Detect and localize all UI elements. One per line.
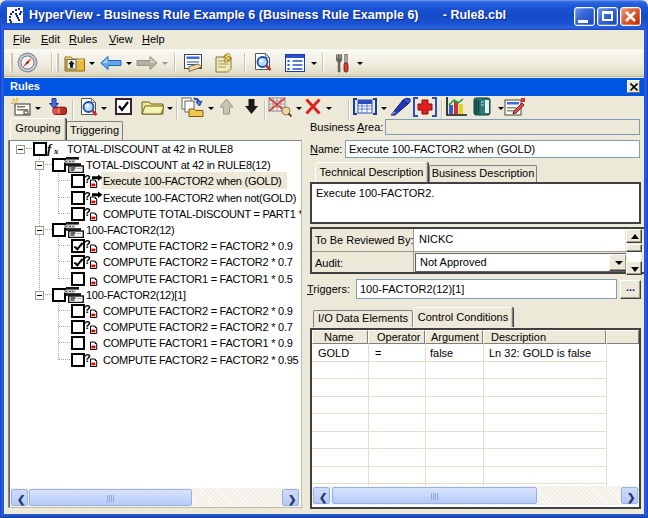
svg-text:?: ? bbox=[84, 173, 91, 185]
svg-text:?: ? bbox=[84, 319, 91, 331]
svg-text:x: x bbox=[53, 146, 59, 156]
svg-text:?: ? bbox=[84, 190, 91, 202]
svg-text:?: ? bbox=[84, 254, 91, 266]
svg-text:?: ? bbox=[84, 303, 91, 315]
svg-text:?: ? bbox=[84, 206, 91, 218]
svg-text:?: ? bbox=[84, 352, 91, 364]
svg-text:?: ? bbox=[84, 238, 91, 250]
svg-text:f: f bbox=[47, 142, 53, 156]
